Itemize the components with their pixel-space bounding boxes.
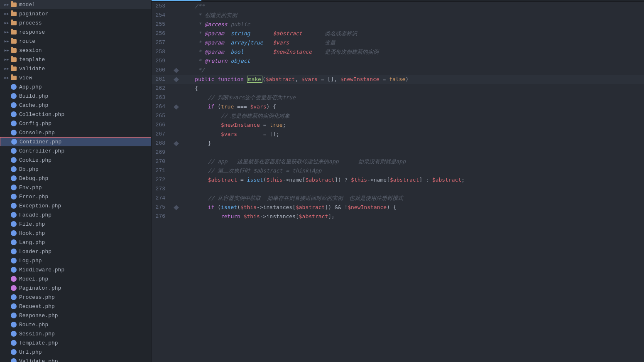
tree-item-label: Exception.php [19,203,61,209]
php-icon [11,102,17,108]
tree-item-label: Request.php [19,303,55,310]
sidebar-folder-response[interactable]: ▶response [0,27,151,37]
tree-arrow-icon: ▶ [3,2,10,7]
breakpoint-area [170,20,182,29]
tree-item-label: session [19,47,42,54]
breakpoint-diamond-icon [174,104,179,110]
code-line: 262 { [152,84,644,93]
php-icon [11,121,17,126]
sidebar-file-Error.php[interactable]: Error.php [0,192,151,201]
line-code: /** [182,2,644,11]
sidebar-file-Debug.php[interactable]: Debug.php [0,174,151,183]
sidebar-folder-paginator[interactable]: ▶paginator [0,9,151,18]
tree-item-label: Hook.php [19,230,45,236]
sidebar-folder-route[interactable]: ▶route [0,37,151,46]
sidebar-file-Template.php[interactable]: Template.php [0,338,151,347]
folder-icon [11,30,17,34]
sidebar-file-Facade.php[interactable]: Facade.php [0,210,151,219]
sidebar-file-Build.php[interactable]: Build.php [0,91,151,101]
sidebar-file-Paginator.php[interactable]: Paginator.php [0,283,151,293]
line-code: */ [182,66,644,75]
line-number: 259 [152,57,170,66]
php-icon [11,212,17,218]
sidebar-folder-process[interactable]: ▶process [0,18,151,27]
sidebar-file-Console.php[interactable]: Console.php [0,128,151,137]
tree-item-label: response [19,29,45,35]
line-code: // 判断$vars这个变量是否为true [182,93,644,102]
sidebar-file-Model.php[interactable]: Model.php [0,274,151,283]
breakpoint-diamond-icon [174,68,179,73]
breakpoint-area [170,29,182,38]
tree-item-label: paginator [19,11,48,17]
line-code: // app 这里就是在容器别名里获取传递过来的app 如果没有则就是app [182,157,644,166]
line-code: * @param array|true $vars 变量 [182,38,644,47]
sidebar-folder-template[interactable]: ▶template [0,55,151,64]
breakpoint-area [170,194,182,203]
sidebar-file-App.php[interactable]: App.php [0,82,151,91]
sidebar-file-Process.php[interactable]: Process.php [0,293,151,302]
sidebar-file-Log.php[interactable]: Log.php [0,256,151,265]
sidebar-file-Container.php[interactable]: Container.php [0,137,151,146]
sidebar-file-Exception.php[interactable]: Exception.php [0,201,151,210]
tree-item-label: Loader.php [19,249,51,255]
sidebar-folder-session[interactable]: ▶session [0,46,151,55]
breakpoint-diamond-icon [174,141,179,146]
sidebar-file-Url.php[interactable]: Url.php [0,347,151,357]
breakpoint-area [170,175,182,185]
code-line: 260 */ [152,66,644,75]
tree-item-label: validate [19,66,45,72]
sidebar-file-Request.php[interactable]: Request.php [0,302,151,311]
tree-item-label: Response.php [19,313,58,319]
breakpoint-area [170,11,182,20]
tree-item-label: Cookie.php [19,157,51,163]
breakpoint-area [170,57,182,66]
line-code: $newInstance = true; [182,121,644,130]
code-line: 261 public function make($abstract, $var… [152,75,644,84]
sidebar-file-Db.php[interactable]: Db.php [0,165,151,174]
line-code: if (true === $vars) { [182,102,644,111]
sidebar-file-Validate.php[interactable]: Validate.php [0,357,151,362]
sidebar-file-Collection.php[interactable]: Collection.php [0,110,151,119]
sidebar-file-Response.php[interactable]: Response.php [0,311,151,320]
breakpoint-area [170,38,182,47]
tree-item-label: Log.php [19,258,42,264]
sidebar-file-Route.php[interactable]: Route.php [0,320,151,329]
line-code [182,185,644,194]
code-line: 264 if (true === $vars) { [152,102,644,111]
line-number: 270 [152,157,170,166]
code-line: 267 $vars = []; [152,130,644,139]
breakpoint-area [170,203,182,212]
tree-item-label: process [19,20,42,26]
sidebar-file-File.php[interactable]: File.php [0,219,151,229]
php-icon [11,258,17,263]
line-number: 258 [152,47,170,57]
sidebar-folder-view[interactable]: ▶view [0,73,151,82]
php-icon [11,111,17,117]
sidebar-folder-validate[interactable]: ▶validate [0,64,151,73]
breakpoint-area [170,47,182,57]
tree-item-label: Container.php [20,139,61,145]
php-icon [11,349,17,355]
sidebar-file-Cache.php[interactable]: Cache.php [0,101,151,110]
line-code: * @param string $abstract 类名或者标识 [182,29,644,38]
sidebar-file-Cookie.php[interactable]: Cookie.php [0,155,151,165]
breakpoint-area [170,130,182,139]
breakpoint-area [170,148,182,157]
sidebar-file-Loader.php[interactable]: Loader.php [0,247,151,256]
sidebar-file-Session.php[interactable]: Session.php [0,329,151,338]
code-line: 268 } [152,139,644,148]
sidebar-file-Middleware.php[interactable]: Middleware.php [0,265,151,274]
tree-item-label: Controller.php [19,148,64,154]
tree-item-label: Db.php [19,166,39,172]
sidebar-file-Config.php[interactable]: Config.php [0,119,151,128]
sidebar-file-Hook.php[interactable]: Hook.php [0,229,151,238]
sidebar-folder-model[interactable]: ▶model [0,0,151,9]
code-line: 270 // app 这里就是在容器别名里获取传递过来的app 如果没有则就是a… [152,157,644,166]
sidebar-file-Lang.php[interactable]: Lang.php [0,238,151,247]
code-line: 253 /** [152,2,644,11]
sidebar-file-Controller.php[interactable]: Controller.php [0,146,151,155]
file-tree[interactable]: ▶model▶paginator▶process▶response▶route▶… [0,0,152,362]
sidebar-file-Env.php[interactable]: Env.php [0,183,151,192]
php-icon [11,303,17,309]
tree-item-label: Session.php [19,331,55,337]
